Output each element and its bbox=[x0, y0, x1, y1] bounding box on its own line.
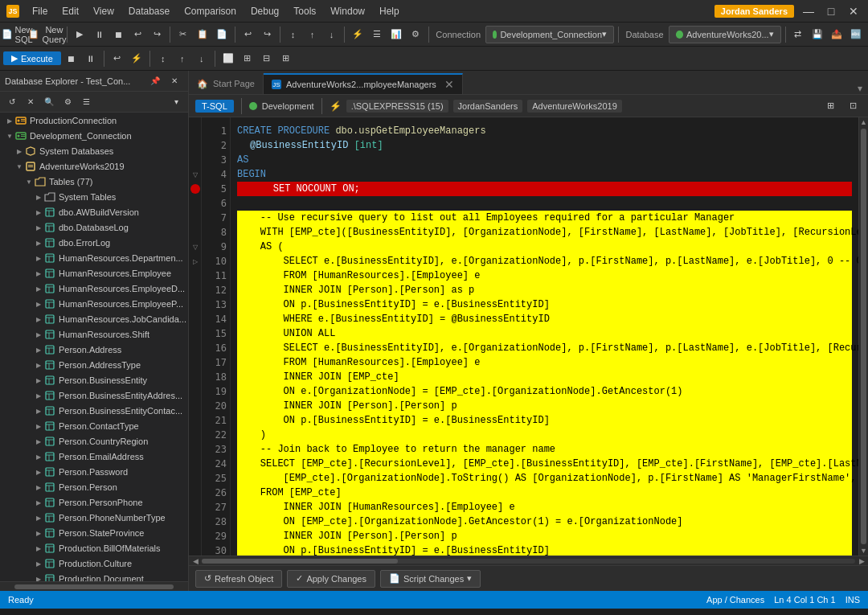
toggle-person-addr[interactable] bbox=[34, 346, 43, 354]
minimize-button[interactable]: — bbox=[800, 3, 817, 19]
scrollbar-thumb[interactable] bbox=[861, 129, 866, 544]
toolbar2-btn-7[interactable]: ⊞ bbox=[239, 50, 256, 68]
sidebar-nav-button[interactable]: ☰ bbox=[77, 95, 95, 109]
tree-toggle-adventureworks[interactable] bbox=[14, 162, 24, 170]
sidebar-item-person-contacttype[interactable]: Person.ContactType bbox=[0, 418, 188, 433]
sidebar-item-person-addrtype[interactable]: Person.AddressType bbox=[0, 357, 188, 372]
connection-dropdown[interactable]: Development_Connection ▾ bbox=[485, 26, 614, 43]
sidebar-item-person-country[interactable]: Person.CountryRegion bbox=[0, 433, 188, 449]
sidebar-pin-button[interactable]: 📌 bbox=[146, 74, 164, 88]
apply-changes-button[interactable]: ✓ Apply Changes bbox=[287, 570, 375, 588]
toggle-hr-emp[interactable] bbox=[34, 269, 43, 277]
toggle-hr-job[interactable] bbox=[34, 315, 43, 323]
toggle-hr-empp[interactable] bbox=[34, 300, 43, 308]
toggle-person-biz[interactable] bbox=[34, 376, 43, 384]
toolbar-btn-7[interactable]: 📋 bbox=[194, 26, 211, 43]
sidebar-filter-button[interactable]: 🔍 bbox=[40, 95, 58, 109]
stop-button[interactable]: ⏹ bbox=[63, 50, 80, 68]
toolbar2-btn-6[interactable]: ⬜ bbox=[219, 50, 237, 68]
scrollbar-down-arrow[interactable]: ▼ bbox=[859, 546, 868, 556]
tab-list-button[interactable]: ▾ bbox=[852, 83, 868, 94]
pause-button[interactable]: ⏸ bbox=[82, 50, 100, 68]
toolbar2-btn-5[interactable]: ↓ bbox=[193, 50, 211, 68]
sidebar-item-person-phone[interactable]: Person.PersonPhone bbox=[0, 494, 188, 510]
toolbar-btn-21[interactable]: 🔤 bbox=[847, 26, 865, 43]
gutter-arrow-10[interactable]: ▷ bbox=[189, 254, 201, 269]
toolbar2-btn-3[interactable]: ↕ bbox=[154, 50, 172, 68]
sidebar-item-dev-connection[interactable]: Development_Connection bbox=[0, 128, 188, 143]
sidebar-settings-button[interactable]: ⚙ bbox=[59, 95, 76, 109]
menu-debug[interactable]: Debug bbox=[244, 4, 285, 18]
sidebar-refresh-button[interactable]: ↺ bbox=[3, 95, 21, 109]
sidebar-delete-button[interactable]: ✕ bbox=[22, 95, 39, 109]
menu-tools[interactable]: Tools bbox=[287, 4, 322, 18]
toggle-person-contacttype[interactable] bbox=[34, 422, 43, 430]
sidebar-item-person-bizaddr[interactable]: Person.BusinessEntityAddres... bbox=[0, 387, 188, 403]
toggle-person-email[interactable] bbox=[34, 453, 43, 461]
toolbar-btn-14[interactable]: ⚡ bbox=[349, 26, 366, 43]
toolbar-btn-5[interactable]: ↪ bbox=[148, 26, 166, 43]
toggle-person-addrtype[interactable] bbox=[34, 361, 43, 369]
scrollbar-up-arrow[interactable]: ▲ bbox=[859, 117, 868, 127]
refresh-button[interactable]: ↺ Refresh Object bbox=[195, 570, 282, 588]
sidebar-item-hr-shift[interactable]: HumanResources.Shift bbox=[0, 326, 188, 342]
vertical-scrollbar[interactable]: ▲ ▼ bbox=[858, 117, 868, 556]
toolbar-btn-12[interactable]: ↑ bbox=[303, 26, 321, 43]
menu-window[interactable]: Window bbox=[324, 4, 371, 18]
toolbar-btn-3[interactable]: ⏹ bbox=[109, 26, 127, 43]
toolbar2-btn-8[interactable]: ⊟ bbox=[258, 50, 276, 68]
toggle-prod-bom[interactable] bbox=[34, 544, 43, 552]
toggle-person-stateprov[interactable] bbox=[34, 529, 43, 537]
toolbar2-btn-9[interactable]: ⊞ bbox=[277, 50, 295, 68]
toggle-person-country[interactable] bbox=[34, 437, 43, 445]
toggle-hr-dept[interactable] bbox=[34, 254, 43, 262]
toolbar-btn-1[interactable]: ▶ bbox=[71, 26, 88, 43]
sidebar-item-hr-dept[interactable]: HumanResources.Departmen... bbox=[0, 250, 188, 265]
toolbar2-btn-1[interactable]: ↩ bbox=[108, 50, 126, 68]
tsql-button[interactable]: T-SQL bbox=[195, 100, 234, 113]
horizontal-scrollbar[interactable]: ◀ ▶ bbox=[189, 556, 868, 565]
toggle-person-bizaddr[interactable] bbox=[34, 392, 43, 400]
sidebar-close-button[interactable]: ✕ bbox=[166, 74, 183, 88]
sidebar-item-aw-build[interactable]: dbo.AWBuildVersion bbox=[0, 204, 188, 219]
toggle-aw-build[interactable] bbox=[34, 208, 43, 216]
script-changes-button[interactable]: 📄 Script Changes ▾ bbox=[380, 570, 481, 588]
menu-help[interactable]: Help bbox=[373, 4, 406, 18]
sidebar-item-prod-culture[interactable]: Production.Culture bbox=[0, 556, 188, 571]
toggle-prod-culture[interactable] bbox=[34, 560, 43, 568]
toggle-db-log[interactable] bbox=[34, 223, 43, 232]
tree-toggle-system-tables[interactable] bbox=[34, 193, 43, 201]
tree-toggle-tables[interactable] bbox=[24, 178, 34, 186]
toolbar-btn-2[interactable]: ⏸ bbox=[90, 26, 108, 43]
toolbar-btn-8[interactable]: 📄 bbox=[213, 26, 231, 43]
new-sql-button[interactable]: 📄 New SQL bbox=[3, 26, 31, 43]
hscroll-thumb[interactable] bbox=[202, 559, 398, 564]
toolbar-btn-20[interactable]: 📤 bbox=[828, 26, 845, 43]
sidebar-item-person-person[interactable]: Person.Person bbox=[0, 479, 188, 494]
sidebar-scroll-button[interactable]: ▾ bbox=[167, 95, 185, 109]
toggle-prod-doc[interactable] bbox=[34, 575, 43, 582]
sidebar-item-hr-empp[interactable]: HumanResources.EmployeeP... bbox=[0, 296, 188, 311]
close-button[interactable]: ✕ bbox=[845, 3, 862, 19]
sidebar-item-system-dbs[interactable]: System Databases bbox=[0, 143, 188, 158]
toolbar-btn-11[interactable]: ↕ bbox=[284, 26, 301, 43]
toolbar-btn-13[interactable]: ↓ bbox=[322, 26, 340, 43]
sidebar-item-prod-bom[interactable]: Production.BillOfMaterials bbox=[0, 540, 188, 556]
gutter-collapse-9[interactable]: ▽ bbox=[189, 240, 201, 254]
sidebar-hscroll[interactable] bbox=[0, 581, 188, 591]
toolbar-btn-9[interactable]: ↩ bbox=[239, 26, 256, 43]
sidebar-item-person-biz[interactable]: Person.BusinessEntity bbox=[0, 372, 188, 387]
sidebar-item-prod-doc[interactable]: Production.Document bbox=[0, 571, 188, 581]
tab-close-button[interactable]: ✕ bbox=[444, 79, 454, 90]
toggle-person-person[interactable] bbox=[34, 483, 43, 491]
sidebar-item-db-log[interactable]: dbo.DatabaseLog bbox=[0, 219, 188, 235]
sidebar-item-adventureworks[interactable]: AdventureWorks2019 bbox=[0, 158, 188, 174]
menu-database[interactable]: Database bbox=[122, 4, 176, 18]
sidebar-item-person-phonenumtype[interactable]: Person.PhoneNumberType bbox=[0, 510, 188, 525]
sidebar-item-hr-empd[interactable]: HumanResources.EmployeeD... bbox=[0, 281, 188, 296]
toggle-person-password[interactable] bbox=[34, 468, 43, 476]
sidebar-item-system-tables[interactable]: System Tables bbox=[0, 189, 188, 204]
sidebar-item-person-addr[interactable]: Person.Address bbox=[0, 342, 188, 357]
code-editor[interactable]: CREATE PROCEDURE dbo.uspGetEmployeeManag… bbox=[231, 117, 858, 556]
toggle-hr-shift[interactable] bbox=[34, 330, 43, 338]
